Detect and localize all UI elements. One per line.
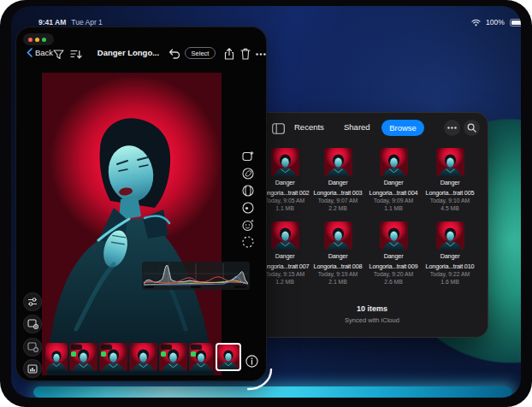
sort-button[interactable] — [69, 47, 83, 61]
filters-icon — [241, 167, 255, 180]
ipad-device: 9:41 AM Tue Apr 1 100% Recents Shared Br… — [0, 0, 532, 407]
enhance-tool-button[interactable] — [240, 149, 256, 164]
icloud-sync-status: Synced with iCloud — [257, 316, 488, 324]
adjust-icon — [241, 184, 255, 198]
file-item[interactable]: Danger Longoria...trait 010 Today, 9:22 … — [423, 221, 476, 286]
gallery-button[interactable] — [23, 359, 42, 378]
file-thumbnail — [380, 148, 408, 176]
status-date: Tue Apr 1 — [71, 18, 103, 27]
file-thumbnail — [271, 221, 299, 250]
histogram-panel — [142, 262, 250, 290]
versions-button[interactable] — [23, 315, 42, 333]
search-button[interactable] — [464, 120, 480, 136]
filmstrip-thumbnail-selected[interactable] — [216, 343, 241, 371]
versions-icon — [27, 319, 38, 329]
document-title: Danger Longo... — [91, 48, 166, 57]
window-controls[interactable] — [23, 33, 54, 45]
file-item[interactable]: Danger Longoria...trait 005 Today, 9:10 … — [423, 148, 476, 212]
edited-badge — [191, 351, 196, 357]
tune-button[interactable] — [23, 292, 42, 311]
filmstrip-thumbnail[interactable] — [99, 343, 127, 371]
undo-button[interactable] — [168, 47, 181, 61]
tab-recents[interactable]: Recents — [294, 122, 324, 132]
heal-icon — [241, 201, 255, 215]
stack-badge — [161, 345, 172, 350]
stack-badge — [191, 345, 202, 350]
edited-badge — [161, 351, 166, 357]
sliders-icon — [27, 297, 38, 307]
file-item[interactable]: Danger Longoria...trait 009 Today, 9:20 … — [367, 221, 420, 286]
sidebar-toggle-button[interactable] — [272, 122, 285, 138]
wifi-icon — [471, 19, 481, 27]
item-count-label: 10 items — [257, 304, 488, 313]
file-thumbnail — [324, 148, 352, 176]
histogram-curves — [142, 262, 250, 290]
edited-badge — [71, 351, 76, 357]
file-thumbnail — [271, 148, 299, 176]
enhance-icon — [241, 150, 255, 163]
stack-badge — [101, 345, 112, 350]
tab-shared[interactable]: Shared — [344, 122, 370, 132]
wallpaper: 9:41 AM Tue Apr 1 100% Recents Shared Br… — [11, 6, 521, 398]
file-thumbnail — [436, 221, 464, 250]
sort-lines-icon — [70, 49, 82, 60]
wallpaper-glow-strip — [33, 386, 512, 398]
adjust-tool-button[interactable] — [240, 183, 256, 198]
photo-editor-window: Back Danger Longo... Select — [15, 27, 267, 381]
compare-icon — [27, 342, 38, 352]
edited-badge — [101, 351, 106, 357]
select-button[interactable]: Select — [185, 47, 216, 59]
ellipsis-icon — [256, 53, 266, 56]
tab-browse[interactable]: Browse — [381, 120, 424, 136]
file-thumbnail — [436, 148, 464, 176]
status-bar-right: 100% — [471, 18, 521, 27]
file-item[interactable]: Danger Longoria...trait 004 Today, 9:09 … — [367, 148, 420, 212]
back-button[interactable]: Back — [27, 48, 53, 57]
more-menu-button[interactable] — [254, 47, 268, 61]
stack-badge — [71, 345, 82, 350]
delete-button[interactable] — [239, 47, 252, 61]
clock: 9:41 AM — [38, 18, 66, 27]
window-resize-handle[interactable] — [247, 369, 273, 391]
files-browser-window: Recents Shared Browse Danger Longoria...… — [256, 112, 488, 338]
info-icon — [245, 355, 258, 368]
photo-canvas[interactable] — [42, 73, 222, 375]
selection-tool-button[interactable] — [240, 234, 256, 250]
undo-arrow-icon — [168, 49, 180, 59]
share-button[interactable] — [222, 47, 236, 61]
filmstrip-thumbnail[interactable] — [45, 343, 68, 371]
share-icon — [224, 48, 234, 60]
filmstrip-thumbnail[interactable] — [129, 343, 157, 371]
trash-icon — [240, 48, 251, 60]
filmstrip-thumbnail[interactable] — [69, 343, 98, 371]
retouch-tool-button[interactable] — [240, 217, 256, 233]
portrait-artwork — [42, 73, 222, 375]
filter-button[interactable] — [51, 47, 65, 61]
compare-button[interactable] — [23, 338, 42, 357]
info-button[interactable] — [245, 354, 258, 368]
minimize-window-button[interactable] — [35, 38, 39, 42]
chevron-left-icon — [27, 48, 33, 57]
gallery-icon — [27, 364, 38, 374]
filmstrip-thumbnail[interactable] — [189, 343, 213, 371]
close-window-button[interactable] — [28, 38, 33, 42]
filters-tool-button[interactable] — [240, 166, 256, 181]
funnel-icon — [53, 49, 64, 60]
battery-percent: 100% — [486, 18, 505, 27]
status-bar-left: 9:41 AM Tue Apr 1 — [38, 18, 103, 27]
battery-icon — [510, 19, 521, 27]
filmstrip-thumbnail[interactable] — [159, 343, 187, 371]
file-thumbnail — [380, 221, 408, 250]
file-thumbnail — [324, 221, 352, 250]
dashed-circle-icon — [241, 235, 255, 249]
file-item[interactable]: Danger Longoria...trait 008 Today, 9:19 … — [311, 221, 364, 286]
heal-tool-button[interactable] — [240, 200, 256, 215]
more-options-button[interactable] — [444, 120, 460, 136]
file-item[interactable]: Danger Longoria...trait 003 Today, 9:07 … — [311, 148, 364, 212]
retouch-face-icon — [241, 218, 255, 232]
zoom-window-button[interactable] — [42, 38, 46, 42]
